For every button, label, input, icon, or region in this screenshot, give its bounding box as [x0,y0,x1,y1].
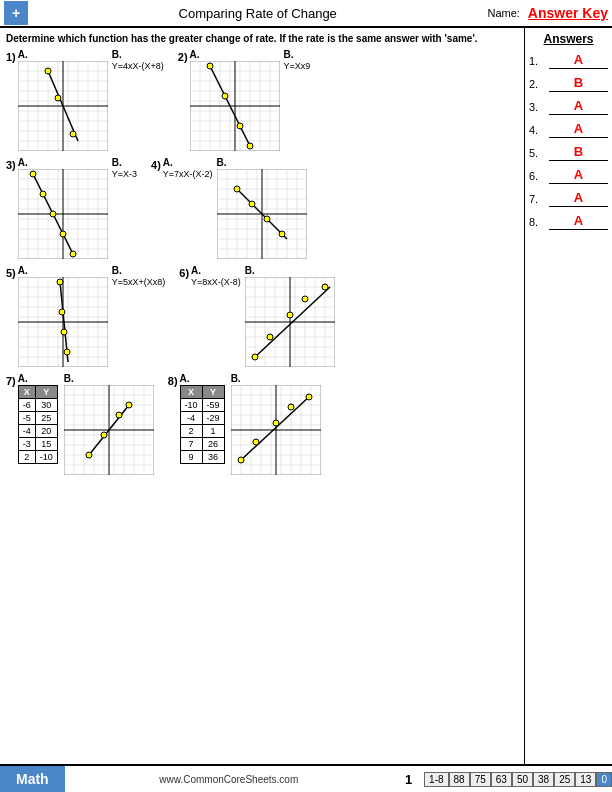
problem-2: 2) A. [178,49,311,151]
prob3-num: 3) [6,159,16,171]
svg-point-192 [288,404,294,410]
prob4-b-graph [217,169,307,259]
answers-title: Answers [529,32,608,46]
instructions: Determine which function has the greater… [6,32,518,45]
answer-1: 1. A [529,52,608,69]
name-label: Name: [487,7,519,19]
svg-point-92 [234,186,240,192]
logo: + [4,1,28,25]
row-1-2: 1) A. [6,49,518,151]
prob1-b: B. Y=4xX-(X+8) [112,49,164,151]
prob6-pair: A. Y=8xX-(X-8) B. [191,265,335,367]
answer-5: 5. B [529,144,608,161]
page-title: Comparing Rate of Change [28,6,487,21]
prob2-b: B. Y=Xx9 [284,49,311,151]
prob5-a-graph [18,277,108,367]
svg-point-46 [247,143,253,149]
prob7-a: A. XY -630 -525 -420 -315 2-10 [18,373,58,475]
svg-point-144 [322,284,328,290]
prob2-pair: A. [190,49,311,151]
row-7-8: 7) A. XY -630 -525 -420 -315 2-10 [6,373,518,475]
answers-panel: Answers 1. A 2. B 3. A 4. A 5. B 6. [524,28,612,764]
prob2-a: A. [190,49,280,151]
svg-point-116 [57,279,63,285]
svg-point-119 [64,349,70,355]
svg-point-94 [264,216,270,222]
prob5-a: A. [18,265,108,367]
prob8-b-graph [231,385,321,475]
svg-point-165 [86,452,92,458]
prob8-b: B. [231,373,321,475]
svg-point-142 [287,312,293,318]
content-area: Determine which function has the greater… [0,28,524,764]
svg-point-20 [45,68,51,74]
prob7-b: B. [64,373,154,475]
prob4-pair: A. Y=7xX-(X-2) B. [163,157,307,259]
problem-1: 1) A. [6,49,164,151]
row-5-6: 5) A. [6,265,518,367]
svg-point-117 [59,309,65,315]
prob6-b: B. [245,265,335,367]
prob3-b: B. Y=X-3 [112,157,137,259]
problem-6: 6) A. Y=8xX-(X-8) B. [179,265,335,367]
answer-7: 7. A [529,190,608,207]
prob6-num: 6) [179,267,189,279]
prob1-a-graph [18,61,108,151]
footer-page-number: 1 [405,772,412,787]
prob1-pair: A. [18,49,164,151]
svg-point-189 [238,457,244,463]
answer-key-label: Answer Key [528,5,608,21]
svg-point-45 [237,123,243,129]
footer: Math www.CommonCoreSheets.com 1 1-8 88 7… [0,764,612,792]
page: + Comparing Rate of Change Name: Answer … [0,0,612,792]
footer-url: www.CommonCoreSheets.com [65,774,393,785]
answer-2: 2. B [529,75,608,92]
svg-point-69 [50,211,56,217]
svg-point-168 [126,402,132,408]
footer-subject: Math [0,766,65,792]
svg-point-67 [30,171,36,177]
prob3-pair: A. [18,157,137,259]
answer-3: 3. A [529,98,608,115]
answer-6: 6. A [529,167,608,184]
answer-4: 4. A [529,121,608,138]
svg-point-21 [55,95,61,101]
prob7-pair: A. XY -630 -525 -420 -315 2-10 B. [18,373,154,475]
svg-point-167 [116,412,122,418]
svg-point-95 [279,231,285,237]
prob8-a: A. XY -10-59 -4-29 21 726 936 [180,373,225,475]
svg-point-43 [207,63,213,69]
problem-7: 7) A. XY -630 -525 -420 -315 2-10 [6,373,154,475]
prob4-b: B. [217,157,307,259]
prob8-pair: A. XY -10-59 -4-29 21 726 936 B. [180,373,321,475]
prob7-b-graph [64,385,154,475]
prob7-num: 7) [6,375,16,387]
row-3-4: 3) A. [6,157,518,259]
problem-5: 5) A. [6,265,165,367]
svg-point-191 [273,420,279,426]
prob5-num: 5) [6,267,16,279]
prob2-a-graph [190,61,280,151]
prob8-table: XY -10-59 -4-29 21 726 936 [180,385,225,464]
prob6-b-graph [245,277,335,367]
svg-point-143 [302,296,308,302]
prob3-a-graph [18,169,108,259]
svg-point-71 [70,251,76,257]
prob1-a: A. [18,49,108,151]
svg-point-190 [253,439,259,445]
problem-8: 8) A. XY -10-59 -4-29 21 726 936 [168,373,321,475]
prob4-num: 4) [151,159,161,171]
prob7-table: XY -630 -525 -420 -315 2-10 [18,385,58,464]
problem-4: 4) A. Y=7xX-(X-2) B. [151,157,307,259]
svg-point-141 [267,334,273,340]
prob3-a: A. [18,157,108,259]
svg-point-68 [40,191,46,197]
svg-point-44 [222,93,228,99]
prob4-a: A. Y=7xX-(X-2) [163,157,213,259]
svg-point-166 [101,432,107,438]
svg-point-22 [70,131,76,137]
answer-8: 8. A [529,213,608,230]
main-area: Determine which function has the greater… [0,28,612,764]
prob5-pair: A. [18,265,166,367]
svg-point-118 [61,329,67,335]
